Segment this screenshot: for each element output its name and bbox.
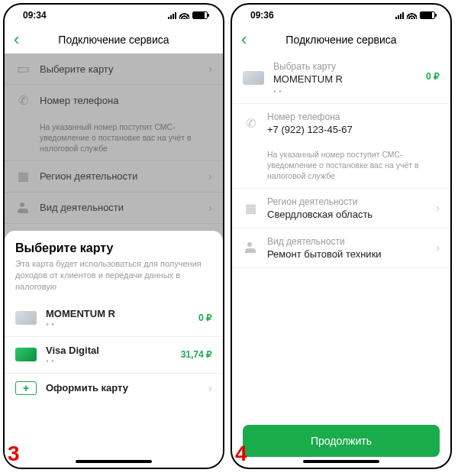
home-indicator[interactable] bbox=[76, 460, 152, 463]
status-icons bbox=[168, 11, 208, 19]
map-icon: ▦ bbox=[243, 200, 258, 215]
sheet-description: Эта карта будет использоваться для получ… bbox=[5, 258, 223, 300]
signal-icon bbox=[395, 11, 404, 19]
wifi-icon bbox=[179, 11, 189, 19]
add-card-row[interactable]: + Оформить карту › bbox=[5, 374, 223, 403]
screen-header: ‹ Подключение сервиса bbox=[232, 26, 450, 53]
phone-step-3: 09:34 ‹ Подключение сервиса Выберите кар… bbox=[3, 3, 224, 469]
battery-icon bbox=[192, 11, 208, 19]
screen-title: Подключение сервиса bbox=[5, 34, 223, 46]
region-row[interactable]: ▦ Регион деятельности Свердловская облас… bbox=[232, 189, 450, 228]
card-picker-sheet: Выберите карту Эта карта будет использов… bbox=[5, 231, 223, 468]
status-time: 09:36 bbox=[250, 10, 274, 21]
card-balance: 31,74 ₽ bbox=[181, 349, 212, 360]
chevron-right-icon: › bbox=[436, 202, 440, 214]
status-bar: 09:36 bbox=[232, 5, 450, 26]
screen-title: Подключение сервиса bbox=[232, 34, 450, 46]
chevron-right-icon: › bbox=[436, 241, 440, 254]
home-indicator[interactable] bbox=[303, 460, 379, 463]
person-icon bbox=[243, 240, 258, 255]
chevron-right-icon: › bbox=[208, 382, 212, 394]
card-balance: 0 ₽ bbox=[198, 312, 212, 323]
status-bar: 09:34 bbox=[5, 5, 223, 26]
card-thumb-icon bbox=[15, 348, 37, 361]
selected-card-row[interactable]: Выбрать карту MOMENTUM R • • 0 ₽ bbox=[232, 53, 450, 104]
sms-note: На указанный номер поступит СМС-уведомле… bbox=[232, 143, 450, 189]
card-balance: 0 ₽ bbox=[426, 71, 440, 82]
sheet-title: Выберите карту bbox=[5, 231, 223, 258]
continue-button[interactable]: Продолжить bbox=[243, 425, 440, 457]
signal-icon bbox=[168, 11, 176, 19]
card-option-momentum[interactable]: MOMENTUM R • • 0 ₽ bbox=[5, 300, 223, 337]
phone-step-4: 09:36 ‹ Подключение сервиса Выбрать карт… bbox=[231, 3, 452, 469]
status-icons bbox=[395, 11, 435, 19]
phone-number-row[interactable]: Номер телефона +7 (922) 123-45-67 bbox=[232, 104, 450, 143]
step-badge: 3 bbox=[8, 442, 20, 466]
back-button[interactable]: ‹ bbox=[241, 31, 247, 48]
activity-row[interactable]: Вид деятельности Ремонт бытовой техники … bbox=[232, 228, 450, 268]
step-badge: 4 bbox=[235, 442, 247, 466]
screen-header: ‹ Подключение сервиса bbox=[5, 26, 223, 53]
phone-icon bbox=[243, 116, 258, 131]
card-thumb-icon bbox=[243, 71, 264, 85]
add-card-icon: + bbox=[15, 381, 37, 395]
card-option-visa[interactable]: Visa Digital • • 31,74 ₽ bbox=[5, 337, 223, 374]
status-time: 09:34 bbox=[23, 10, 47, 21]
wifi-icon bbox=[407, 11, 417, 19]
battery-icon bbox=[420, 11, 435, 19]
back-button[interactable]: ‹ bbox=[14, 31, 19, 48]
card-thumb-icon bbox=[15, 311, 37, 325]
